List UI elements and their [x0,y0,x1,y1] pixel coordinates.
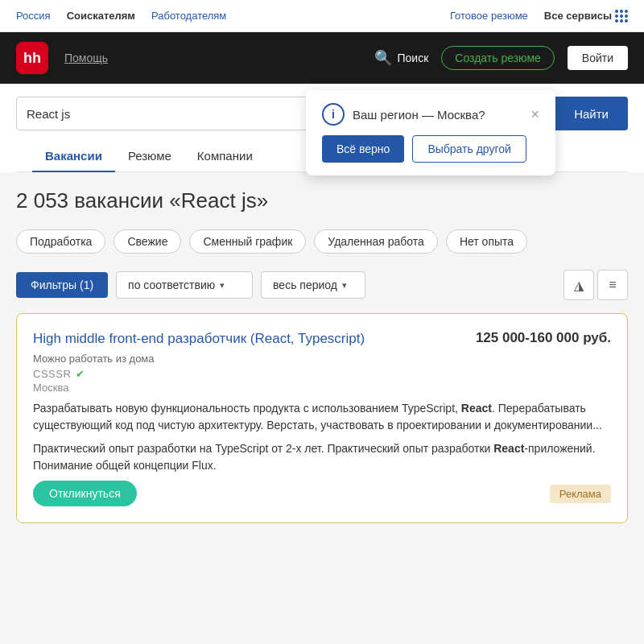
tag-fresh[interactable]: Свежие [114,229,181,254]
create-resume-button[interactable]: Создать резюме [441,46,555,70]
tag-part-time[interactable]: Подработка [16,229,105,254]
search-area: Найти i Ваш регион — Москва? × Всё верно… [0,84,644,172]
company-name: CSSSR [33,368,71,380]
job-card-header: High middle front-end разработчик (React… [33,330,611,348]
select-other-region-button[interactable]: Выбрать другой [412,135,526,163]
search-button[interactable]: Найти [555,97,628,130]
region-popup-header: i Ваш регион — Москва? × [322,103,539,126]
job-city: Москва [33,382,611,394]
region-question: Ваш регион — Москва? [353,108,485,122]
search-link[interactable]: 🔍 Поиск [374,49,428,67]
info-icon: i [322,103,345,126]
region-link[interactable]: Россия [16,10,51,22]
job-salary: 125 000-160 000 руб. [476,330,611,346]
confirm-region-button[interactable]: Всё верно [322,135,404,163]
period-select[interactable]: весь период ▾ [261,271,365,299]
results-title: 2 053 вакансии «React js» [16,188,628,213]
hh-logo[interactable]: hh [16,42,48,74]
job-remote: Можно работать из дома [33,353,611,365]
tag-shift[interactable]: Сменный график [189,229,306,254]
filters-button[interactable]: Фильтры (1) [16,272,108,298]
seekers-link[interactable]: Соискателям [67,10,135,22]
job-footer: Откликнуться Реклама [33,481,611,506]
list-view-button[interactable]: ≡ [597,270,628,300]
filter-tags: Подработка Свежие Сменный график Удаленн… [16,229,628,254]
map-icon: ◮ [574,278,584,293]
job-company: CSSSR ✔ [33,368,611,380]
all-services-link[interactable]: Все сервисы [544,10,628,23]
verified-icon: ✔ [76,368,85,380]
apply-button[interactable]: Откликнуться [33,481,137,506]
login-button[interactable]: Войти [568,46,628,70]
job-card: High middle front-end разработчик (React… [16,313,628,523]
search-icon: 🔍 [374,49,392,67]
all-services-label: Все сервисы [544,10,612,22]
main-content: 2 053 вакансии «React js» Подработка Све… [0,172,644,539]
ready-resume-link[interactable]: Готовое резюме [450,10,528,22]
top-nav: Россия Соискателям Работодателям Готовое… [0,0,644,32]
help-link[interactable]: Помощь [64,52,108,64]
tab-resumes[interactable]: Резюме [115,141,184,172]
employers-link[interactable]: Работодателям [151,10,226,22]
header-right: 🔍 Поиск Создать резюме Войти [374,46,628,70]
period-label: весь период [273,279,337,291]
job-title-link[interactable]: High middle front-end разработчик (React… [33,330,365,348]
tag-remote[interactable]: Удаленная работа [314,229,438,254]
search-label: Поиск [397,52,428,64]
filters-row: Фильтры (1) по соответствию ▾ весь перио… [16,270,628,300]
site-header: hh Помощь 🔍 Поиск Создать резюме Войти [0,32,644,84]
region-popup: i Ваш регион — Москва? × Всё верно Выбра… [306,90,555,175]
map-view-button[interactable]: ◮ [564,270,594,300]
list-icon: ≡ [609,278,616,292]
job-desc-2: Практический опыт разработки на TypeScri… [33,440,611,474]
tag-no-exp[interactable]: Нет опыта [446,229,527,254]
view-toggle: ◮ ≡ [564,270,628,300]
tab-companies[interactable]: Компании [184,141,266,172]
ad-badge: Реклама [550,485,611,503]
tab-vacancies[interactable]: Вакансии [32,141,115,172]
sort-select[interactable]: по соответствию ▾ [116,271,253,299]
chevron-down-icon: ▾ [342,280,347,291]
sort-label: по соответствию [128,279,215,291]
region-popup-buttons: Всё верно Выбрать другой [322,135,539,163]
grid-icon [615,10,628,23]
job-desc-1: Разрабатывать новую функциональность про… [33,400,611,434]
chevron-down-icon: ▾ [220,280,225,291]
close-button[interactable]: × [530,107,539,122]
